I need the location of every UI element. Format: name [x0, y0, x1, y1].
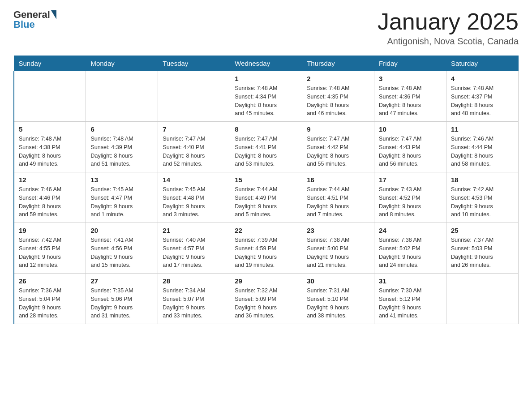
day-info: Sunrise: 7:40 AM Sunset: 4:57 PM Dayligh… [163, 236, 225, 270]
day-number: 31 [379, 277, 442, 285]
day-number: 9 [307, 125, 369, 133]
calendar-week-row: 12Sunrise: 7:46 AM Sunset: 4:46 PM Dayli… [14, 172, 519, 223]
calendar-cell: 10Sunrise: 7:47 AM Sunset: 4:43 PM Dayli… [374, 122, 446, 172]
day-info: Sunrise: 7:47 AM Sunset: 4:42 PM Dayligh… [307, 135, 369, 168]
day-info: Sunrise: 7:45 AM Sunset: 4:48 PM Dayligh… [163, 185, 225, 219]
day-number: 29 [235, 277, 297, 285]
day-number: 4 [451, 75, 514, 82]
weekday-header-saturday: Saturday [446, 56, 519, 71]
day-info: Sunrise: 7:34 AM Sunset: 5:07 PM Dayligh… [163, 287, 225, 320]
day-info: Sunrise: 7:38 AM Sunset: 5:00 PM Dayligh… [307, 236, 369, 270]
day-number: 16 [307, 176, 369, 184]
weekday-header-monday: Monday [86, 56, 158, 71]
calendar-cell: 31Sunrise: 7:30 AM Sunset: 5:12 PM Dayli… [374, 274, 446, 324]
calendar-cell [158, 71, 230, 122]
day-number: 15 [235, 176, 297, 184]
month-title: January 2025 [378, 9, 519, 34]
calendar-cell: 6Sunrise: 7:48 AM Sunset: 4:39 PM Daylig… [86, 122, 158, 172]
logo: General Blue [13, 9, 56, 30]
calendar-cell: 4Sunrise: 7:48 AM Sunset: 4:37 PM Daylig… [446, 71, 519, 122]
weekday-header-tuesday: Tuesday [158, 56, 230, 71]
day-info: Sunrise: 7:35 AM Sunset: 5:06 PM Dayligh… [90, 287, 153, 320]
day-number: 19 [19, 227, 81, 234]
day-info: Sunrise: 7:47 AM Sunset: 4:40 PM Dayligh… [163, 135, 225, 168]
calendar-table: SundayMondayTuesdayWednesdayThursdayFrid… [13, 56, 519, 324]
calendar-cell: 15Sunrise: 7:44 AM Sunset: 4:49 PM Dayli… [230, 172, 302, 223]
day-info: Sunrise: 7:46 AM Sunset: 4:44 PM Dayligh… [451, 135, 514, 168]
day-number: 5 [19, 125, 81, 133]
day-number: 30 [307, 277, 369, 285]
calendar-cell: 5Sunrise: 7:48 AM Sunset: 4:38 PM Daylig… [14, 122, 86, 172]
calendar-cell: 1Sunrise: 7:48 AM Sunset: 4:34 PM Daylig… [230, 71, 302, 122]
calendar-cell: 16Sunrise: 7:44 AM Sunset: 4:51 PM Dayli… [302, 172, 374, 223]
day-number: 18 [451, 176, 514, 184]
calendar-cell: 14Sunrise: 7:45 AM Sunset: 4:48 PM Dayli… [158, 172, 230, 223]
calendar-cell: 7Sunrise: 7:47 AM Sunset: 4:40 PM Daylig… [158, 122, 230, 172]
page-header: General Blue January 2025 Antigonish, No… [13, 9, 519, 47]
day-info: Sunrise: 7:30 AM Sunset: 5:12 PM Dayligh… [379, 287, 442, 320]
day-info: Sunrise: 7:48 AM Sunset: 4:38 PM Dayligh… [19, 135, 81, 168]
day-info: Sunrise: 7:41 AM Sunset: 4:56 PM Dayligh… [90, 236, 153, 270]
calendar-cell: 12Sunrise: 7:46 AM Sunset: 4:46 PM Dayli… [14, 172, 86, 223]
calendar-cell: 26Sunrise: 7:36 AM Sunset: 5:04 PM Dayli… [14, 274, 86, 324]
day-info: Sunrise: 7:42 AM Sunset: 4:53 PM Dayligh… [451, 185, 514, 219]
day-info: Sunrise: 7:42 AM Sunset: 4:55 PM Dayligh… [19, 236, 81, 270]
day-info: Sunrise: 7:37 AM Sunset: 5:03 PM Dayligh… [451, 236, 514, 270]
calendar-cell: 13Sunrise: 7:45 AM Sunset: 4:47 PM Dayli… [86, 172, 158, 223]
calendar-cell: 2Sunrise: 7:48 AM Sunset: 4:35 PM Daylig… [302, 71, 374, 122]
day-info: Sunrise: 7:47 AM Sunset: 4:41 PM Dayligh… [235, 135, 297, 168]
calendar-cell: 27Sunrise: 7:35 AM Sunset: 5:06 PM Dayli… [86, 274, 158, 324]
day-number: 11 [451, 125, 514, 133]
day-number: 7 [163, 125, 225, 133]
calendar-cell: 17Sunrise: 7:43 AM Sunset: 4:52 PM Dayli… [374, 172, 446, 223]
day-number: 12 [19, 176, 81, 184]
day-info: Sunrise: 7:48 AM Sunset: 4:37 PM Dayligh… [451, 84, 514, 118]
calendar-cell: 23Sunrise: 7:38 AM Sunset: 5:00 PM Dayli… [302, 223, 374, 274]
calendar-cell: 28Sunrise: 7:34 AM Sunset: 5:07 PM Dayli… [158, 274, 230, 324]
day-number: 6 [90, 125, 153, 133]
calendar-cell: 8Sunrise: 7:47 AM Sunset: 4:41 PM Daylig… [230, 122, 302, 172]
calendar-cell: 21Sunrise: 7:40 AM Sunset: 4:57 PM Dayli… [158, 223, 230, 274]
day-number: 28 [163, 277, 225, 285]
calendar-cell [14, 71, 86, 122]
calendar-cell: 20Sunrise: 7:41 AM Sunset: 4:56 PM Dayli… [86, 223, 158, 274]
day-info: Sunrise: 7:43 AM Sunset: 4:52 PM Dayligh… [379, 185, 442, 219]
calendar-cell: 19Sunrise: 7:42 AM Sunset: 4:55 PM Dayli… [14, 223, 86, 274]
weekday-header-row: SundayMondayTuesdayWednesdayThursdayFrid… [14, 56, 519, 71]
logo-triangle-icon [51, 10, 56, 19]
calendar-cell: 24Sunrise: 7:38 AM Sunset: 5:02 PM Dayli… [374, 223, 446, 274]
day-number: 17 [379, 176, 442, 184]
day-info: Sunrise: 7:38 AM Sunset: 5:02 PM Dayligh… [379, 236, 442, 270]
day-info: Sunrise: 7:32 AM Sunset: 5:09 PM Dayligh… [235, 287, 297, 320]
weekday-header-thursday: Thursday [302, 56, 374, 71]
day-info: Sunrise: 7:48 AM Sunset: 4:34 PM Dayligh… [235, 84, 297, 118]
day-info: Sunrise: 7:45 AM Sunset: 4:47 PM Dayligh… [90, 185, 153, 219]
calendar-cell [86, 71, 158, 122]
calendar-week-row: 26Sunrise: 7:36 AM Sunset: 5:04 PM Dayli… [14, 274, 519, 324]
calendar-cell: 25Sunrise: 7:37 AM Sunset: 5:03 PM Dayli… [446, 223, 519, 274]
day-number: 25 [451, 227, 514, 234]
calendar-cell: 22Sunrise: 7:39 AM Sunset: 4:59 PM Dayli… [230, 223, 302, 274]
day-info: Sunrise: 7:44 AM Sunset: 4:51 PM Dayligh… [307, 185, 369, 219]
day-number: 3 [379, 75, 442, 82]
day-number: 14 [163, 176, 225, 184]
day-info: Sunrise: 7:48 AM Sunset: 4:35 PM Dayligh… [307, 84, 369, 118]
day-number: 27 [90, 277, 153, 285]
day-info: Sunrise: 7:36 AM Sunset: 5:04 PM Dayligh… [19, 287, 81, 320]
weekday-header-wednesday: Wednesday [230, 56, 302, 71]
day-number: 23 [307, 227, 369, 234]
calendar-week-row: 1Sunrise: 7:48 AM Sunset: 4:34 PM Daylig… [14, 71, 519, 122]
weekday-header-sunday: Sunday [14, 56, 86, 71]
day-info: Sunrise: 7:48 AM Sunset: 4:39 PM Dayligh… [90, 135, 153, 168]
day-number: 20 [90, 227, 153, 234]
calendar-week-row: 19Sunrise: 7:42 AM Sunset: 4:55 PM Dayli… [14, 223, 519, 274]
calendar-cell: 30Sunrise: 7:31 AM Sunset: 5:10 PM Dayli… [302, 274, 374, 324]
day-number: 2 [307, 75, 369, 82]
calendar-week-row: 5Sunrise: 7:48 AM Sunset: 4:38 PM Daylig… [14, 122, 519, 172]
calendar-cell: 18Sunrise: 7:42 AM Sunset: 4:53 PM Dayli… [446, 172, 519, 223]
day-info: Sunrise: 7:44 AM Sunset: 4:49 PM Dayligh… [235, 185, 297, 219]
calendar-cell: 11Sunrise: 7:46 AM Sunset: 4:44 PM Dayli… [446, 122, 519, 172]
day-info: Sunrise: 7:31 AM Sunset: 5:10 PM Dayligh… [307, 287, 369, 320]
location-text: Antigonish, Nova Scotia, Canada [378, 36, 519, 47]
day-info: Sunrise: 7:47 AM Sunset: 4:43 PM Dayligh… [379, 135, 442, 168]
